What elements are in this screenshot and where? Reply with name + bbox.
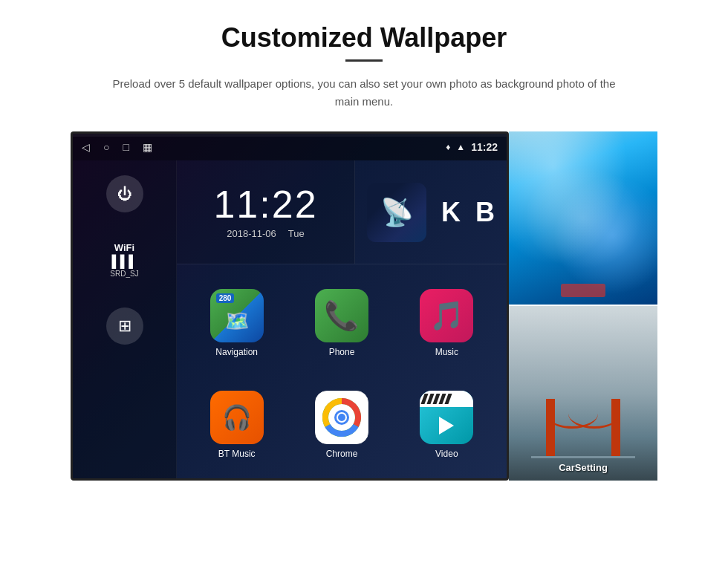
widget-area: 📡 K B — [355, 160, 507, 264]
wifi-section[interactable]: WiFi ▌▌▌ SRD_SJ — [110, 242, 138, 278]
android-screen: ◁ ○ □ ▦ ♦ ▲ 11:22 ⏻ — [71, 131, 509, 481]
chrome-icon — [315, 391, 368, 444]
top-row: 11:22 2018-11-06 Tue 📡 — [177, 160, 507, 264]
power-button[interactable]: ⏻ — [106, 175, 143, 212]
bridge-background — [509, 306, 657, 481]
wifi-label: WiFi — [114, 242, 134, 253]
phone-icon: 📞 — [315, 289, 368, 342]
btmusic-label: BT Music — [218, 449, 256, 459]
phone-label: Phone — [329, 347, 355, 357]
music-glyph: 🎵 — [429, 299, 464, 332]
wallpaper-carsetting-label: CarSetting — [509, 462, 657, 473]
cable-right — [568, 399, 620, 429]
ice-highlight — [524, 166, 643, 270]
screen-container: ◁ ○ □ ▦ ♦ ▲ 11:22 ⏻ — [45, 131, 683, 481]
wallpaper-ice[interactable] — [509, 131, 657, 306]
road-line — [531, 456, 635, 458]
location-icon: ♦ — [446, 142, 450, 152]
power-icon: ⏻ — [117, 186, 132, 203]
signal-icon: 📡 — [380, 197, 414, 228]
clock-time: 11:22 — [213, 185, 317, 224]
video-icon — [420, 391, 473, 444]
clock-date-value: 2018-11-06 — [227, 228, 276, 239]
svg-point-4 — [338, 414, 345, 421]
app-navigation[interactable]: 280 🗺️ Navigation — [184, 272, 289, 374]
bridge-silhouette — [531, 384, 635, 458]
navigation-icon: 280 🗺️ — [210, 289, 264, 342]
app-chrome[interactable]: Chrome — [289, 374, 394, 475]
screenshot-icon[interactable]: ▦ — [143, 141, 152, 153]
wifi-bars-icon: ▌▌▌ — [111, 255, 137, 268]
wifi-icon: ▲ — [456, 142, 465, 152]
chrome-svg — [322, 398, 361, 437]
clock-area: 11:22 2018-11-06 Tue — [177, 160, 355, 264]
k-widget: K — [441, 197, 461, 228]
status-bar: ◁ ○ □ ▦ ♦ ▲ 11:22 — [73, 134, 507, 160]
app-phone[interactable]: 📞 Phone — [289, 272, 394, 374]
bluetooth-glyph: 🎧 — [222, 403, 252, 432]
phone-glyph: 📞 — [324, 299, 359, 332]
play-triangle-icon — [439, 417, 454, 435]
app-btmusic[interactable]: 🎧 BT Music — [184, 374, 289, 475]
apps-button[interactable]: ⊞ — [106, 307, 143, 345]
clap-top — [420, 391, 473, 407]
bottom-area: 280 🗺️ Navigation 📞 — [177, 264, 507, 481]
clap-stripe — [445, 394, 452, 404]
status-left: ◁ ○ □ ▦ — [82, 141, 152, 153]
center-content: 11:22 2018-11-06 Tue 📡 — [177, 160, 507, 481]
music-icon: 🎵 — [420, 289, 473, 342]
apps-grid: 280 🗺️ Navigation 📞 — [177, 264, 507, 481]
main-area: ⏻ WiFi ▌▌▌ SRD_SJ ⊞ — [73, 160, 507, 481]
left-sidebar: ⏻ WiFi ▌▌▌ SRD_SJ ⊞ — [73, 160, 177, 481]
app-music[interactable]: 🎵 Music — [394, 272, 499, 374]
wifi-name: SRD_SJ — [110, 270, 138, 278]
video-label: Video — [435, 449, 458, 459]
status-time: 11:22 — [471, 141, 498, 153]
clock-day-value: Tue — [288, 228, 305, 239]
wallpaper-bridge[interactable]: CarSetting — [509, 306, 657, 481]
home-icon[interactable]: ○ — [103, 141, 109, 153]
recent-icon[interactable]: □ — [123, 141, 129, 153]
chrome-label: Chrome — [326, 449, 358, 459]
app-video[interactable]: Video — [394, 374, 499, 475]
clock-date: 2018-11-06 Tue — [227, 228, 304, 239]
header-description: Preload over 5 default wallpaper options… — [104, 75, 624, 111]
header-divider — [345, 59, 383, 62]
clap-body — [420, 407, 473, 444]
status-right: ♦ ▲ 11:22 — [446, 141, 498, 153]
device-frame-top — [73, 134, 507, 137]
music-label: Music — [435, 347, 458, 357]
back-icon[interactable]: ◁ — [82, 141, 90, 153]
wallpaper-column: CarSetting — [509, 131, 657, 481]
btmusic-icon: 🎧 — [210, 391, 264, 444]
signal-widget[interactable]: 📡 — [367, 183, 426, 242]
grid-icon: ⊞ — [118, 316, 131, 336]
device-hint — [561, 284, 605, 297]
page-container: Customized Wallpaper Preload over 5 defa… — [0, 0, 728, 563]
page-title: Customized Wallpaper — [221, 22, 507, 53]
b-widget: B — [475, 197, 495, 228]
navigation-label: Navigation — [215, 347, 258, 357]
